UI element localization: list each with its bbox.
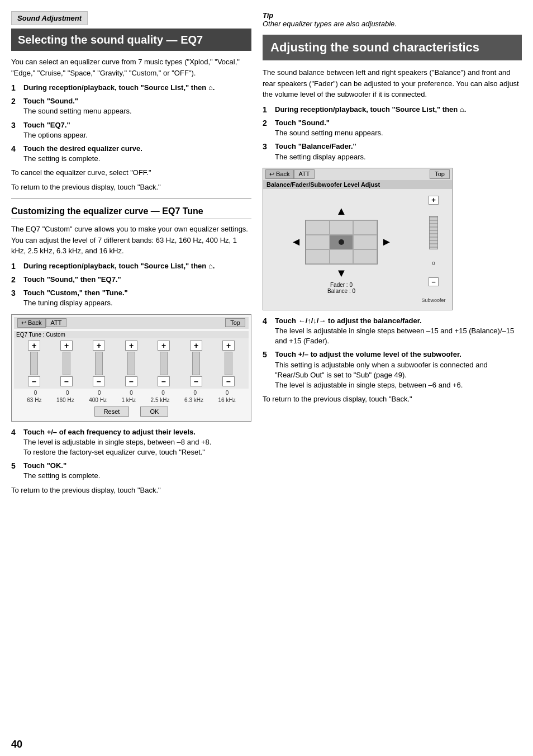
eq-minus-400hz[interactable]: –	[93, 376, 105, 386]
adj-intro: The sound balance between left and right…	[263, 67, 522, 100]
eq-minus-16khz[interactable]: –	[222, 376, 235, 386]
eq7-step-2: 2 Touch "Sound." The sound setting menu …	[11, 96, 251, 116]
adj-step-1: 1 During reception/playback, touch "Sour…	[263, 105, 522, 115]
bf-cell	[330, 220, 354, 235]
step-num: 5	[263, 349, 275, 359]
step-instruction: Touch "Sound."	[275, 118, 522, 128]
step-num: 5	[11, 461, 23, 470]
eq-reset-button[interactable]: Reset	[94, 407, 130, 417]
eq7-step-3: 3 Touch "EQ7." The options appear.	[11, 120, 251, 140]
eq-back-button[interactable]: ↩ Back	[17, 318, 46, 328]
step-num: 3	[11, 120, 23, 130]
val-1khz: 0	[130, 390, 133, 396]
step-instruction: Touch ←/↑/↓/→ to adjust the balance/fade…	[275, 316, 522, 326]
bf-arrow-up[interactable]: ▲	[336, 205, 347, 217]
eq7tune-step-1: 1 During reception/playback, touch "Sour…	[11, 261, 251, 271]
step-content: Touch the desired equalizer curve. The s…	[23, 144, 251, 164]
step-desc: The level is adjustable in single steps,…	[23, 438, 211, 456]
step-content: Touch +/– of each frequency to adjust th…	[23, 427, 251, 458]
bf-sub-minus-button[interactable]: –	[429, 277, 439, 286]
eq-bar-400hz	[95, 352, 103, 375]
bf-sub-bar	[429, 216, 438, 249]
step-num: 1	[11, 83, 23, 92]
eq-plus-63khz[interactable]: +	[190, 341, 202, 351]
eq7-step-1: 1 During reception/playback, touch "Sour…	[11, 83, 251, 93]
eq7tune-step-4: 4 Touch +/– of each frequency to adjust …	[11, 427, 251, 458]
bf-cell	[306, 249, 330, 264]
step-desc: The setting display appears.	[275, 153, 366, 161]
eq-top-button[interactable]: Top	[225, 318, 245, 327]
eq-display-header: ↩ Back ATT Top	[14, 317, 249, 329]
eq-band-1khz: + –	[117, 341, 146, 386]
eq-plus-400hz[interactable]: +	[93, 341, 105, 351]
eq-band-63hz: + –	[20, 341, 49, 386]
bf-cell	[306, 220, 330, 235]
bf-sub-plus-button[interactable]: +	[429, 196, 439, 205]
eq7tune-step-2: 2 Touch "Sound," then "EQ7."	[11, 275, 251, 285]
bf-cell	[353, 220, 377, 235]
hz-63k: 6.3 kHz	[184, 397, 203, 403]
step-instruction: Touch the desired equalizer curve.	[23, 144, 251, 154]
bf-cell	[353, 235, 377, 249]
eq7-title: Selecting the sound quality — EQ7	[18, 33, 245, 46]
eq-ok-button[interactable]: OK	[140, 407, 168, 417]
step-instruction: Touch "Sound," then "EQ7."	[23, 275, 251, 285]
eq7tune-intro: The EQ7 "Custom" curve allows you to mak…	[11, 224, 251, 257]
bf-back-button[interactable]: ↩ Back	[265, 169, 294, 179]
step-num: 1	[263, 105, 275, 114]
bf-subwoofer-section: + 0 – Subwoofer	[420, 193, 448, 305]
eq-plus-25khz[interactable]: +	[158, 341, 170, 351]
hz-160: 160 Hz	[56, 397, 74, 403]
eq-minus-63hz[interactable]: –	[28, 376, 40, 386]
page-number: 40	[11, 739, 22, 750]
step-content: Touch ←/↑/↓/→ to adjust the balance/fade…	[275, 316, 522, 347]
eq7-note1: To cancel the equalizer curve, select "O…	[11, 167, 251, 178]
val-400hz: 0	[98, 390, 101, 396]
eq-plus-63hz[interactable]: +	[28, 341, 40, 351]
bf-arrow-down[interactable]: ▼	[336, 267, 347, 279]
eq-plus-160hz[interactable]: +	[60, 341, 73, 351]
step-desc: The setting is complete.	[23, 154, 100, 163]
eq-minus-160hz[interactable]: –	[60, 376, 73, 386]
tip-block: Tip Other equalizer types are also adjus…	[263, 11, 522, 28]
bf-arrow-left[interactable]: ◄	[291, 235, 302, 248]
step-num: 4	[11, 144, 23, 153]
step-num: 4	[11, 427, 23, 437]
tip-label: Tip	[263, 11, 273, 20]
val-16khz: 0	[226, 390, 229, 396]
bf-arrow-right[interactable]: ►	[381, 235, 392, 248]
adj-note: To return to the previous display, touch…	[263, 394, 522, 405]
bf-cell	[306, 235, 330, 249]
eq-plus-16khz[interactable]: +	[222, 341, 235, 351]
val-63khz: 0	[193, 390, 197, 396]
bf-top-button[interactable]: Top	[430, 169, 450, 179]
step-instruction: Touch "Custom," then "Tune."	[23, 288, 251, 298]
eq-minus-63khz[interactable]: –	[190, 376, 202, 386]
bf-body: ▲ ◄	[263, 189, 452, 310]
bf-display: ↩ Back ATT Top Balance/Fader/Subwoofer L…	[263, 168, 453, 310]
eq-minus-25khz[interactable]: –	[158, 376, 170, 386]
step-instruction: During reception/playback, touch "Source…	[275, 105, 522, 115]
step-content: During reception/playback, touch "Source…	[23, 83, 251, 93]
bf-cell-center	[330, 235, 354, 249]
eq-bar-25khz	[160, 352, 168, 375]
eq-band-16khz: + –	[214, 341, 243, 386]
eq-band-400hz: + –	[84, 341, 113, 386]
eq-hz-row: 63 Hz 160 Hz 400 Hz 1 kHz 2.5 kHz 6.3 kH…	[14, 397, 249, 404]
eq-plus-1khz[interactable]: +	[125, 341, 137, 351]
bf-att-button[interactable]: ATT	[294, 169, 315, 179]
eq7-display: ↩ Back ATT Top EQ7 Tune : Custom + – + –	[11, 314, 251, 422]
step-content: Touch "Balance/Fader." The setting displ…	[275, 141, 522, 162]
bf-header: ↩ Back ATT Top	[263, 168, 452, 180]
divider	[11, 198, 251, 199]
step-content: Touch "OK." The setting is complete.	[23, 461, 251, 481]
step-content: Touch "EQ7." The options appear.	[23, 120, 251, 140]
eq7tune-step-3: 3 Touch "Custom," then "Tune." The tunin…	[11, 288, 251, 308]
eq-minus-1khz[interactable]: –	[125, 376, 137, 386]
adj-step-5: 5 Touch +/– to adjust the volume level o…	[263, 349, 522, 390]
eq-att-button[interactable]: ATT	[46, 318, 67, 327]
step-content: During reception/playback, touch "Source…	[23, 261, 251, 271]
bf-sub-zero: 0	[432, 261, 435, 266]
right-column: Tip Other equalizer types are also adjus…	[263, 11, 522, 745]
step-content: Touch "Sound." The sound setting menu ap…	[23, 96, 251, 116]
